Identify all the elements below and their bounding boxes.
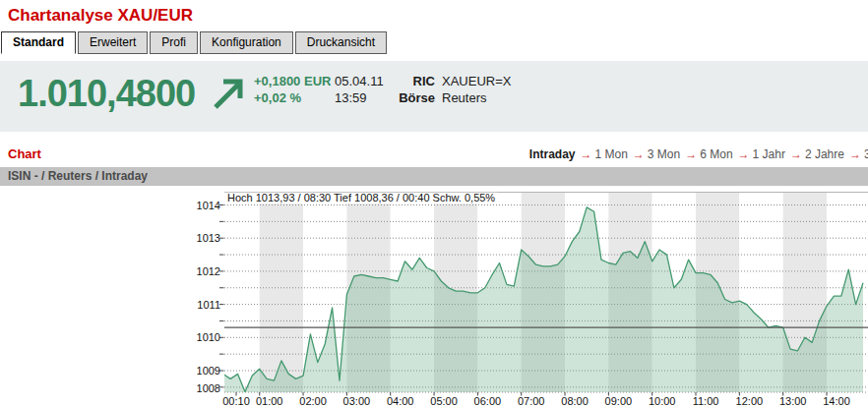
trend-up-icon bbox=[211, 77, 246, 116]
svg-text:07:00: 07:00 bbox=[518, 395, 545, 407]
y-axis-labels: 1008100910101011101210131014 bbox=[197, 200, 220, 395]
svg-text:01:00: 01:00 bbox=[256, 395, 283, 407]
chart-subheader: ISIN - / Reuters / Intraday bbox=[0, 167, 868, 186]
page: Chartanalyse XAU/EUR StandardErweitertPr… bbox=[0, 0, 868, 407]
tab-profi[interactable]: Profi bbox=[150, 31, 198, 54]
svg-text:1008: 1008 bbox=[197, 382, 220, 394]
quote-panel: 1.010,4800 +0,1800 EUR +0,02 % 05.04.11 … bbox=[0, 61, 868, 132]
svg-text:05:00: 05:00 bbox=[430, 395, 458, 407]
period-link-1-jahr[interactable]: 1 Jahr bbox=[753, 147, 785, 161]
right-arrow-icon: → bbox=[849, 147, 861, 161]
svg-text:1012: 1012 bbox=[197, 265, 220, 277]
period-link-3-jahre[interactable]: 3 Jahre bbox=[864, 147, 868, 161]
page-title: Chartanalyse XAU/EUR bbox=[8, 6, 193, 26]
svg-text:02:00: 02:00 bbox=[299, 395, 327, 407]
x-axis-labels: 00:1001:0002:0003:0004:0005:0006:0007:00… bbox=[222, 392, 850, 407]
period-link-2-jahre[interactable]: 2 Jahre bbox=[805, 147, 844, 161]
svg-text:1011: 1011 bbox=[197, 299, 220, 311]
quote-time: 13:59 bbox=[335, 89, 384, 106]
ric-label: RIC bbox=[392, 73, 435, 89]
chart-section-title: Chart bbox=[8, 146, 41, 161]
price-value: 1.010,4800 bbox=[18, 73, 195, 115]
tab-bar: StandardErweitertProfiKonfigurationDruck… bbox=[1, 31, 389, 53]
period-intraday-active: Intraday bbox=[529, 147, 576, 161]
tab-erweitert[interactable]: Erweitert bbox=[78, 31, 148, 54]
right-arrow-icon: → bbox=[790, 147, 802, 161]
svg-text:12:00: 12:00 bbox=[736, 395, 764, 407]
svg-text:1009: 1009 bbox=[197, 365, 220, 377]
svg-text:10:00: 10:00 bbox=[649, 395, 676, 407]
intraday-chart: Hoch 1013,93 / 08:30 Tief 1008,36 / 00:4… bbox=[0, 192, 868, 407]
period-link-6-mon[interactable]: 6 Mon bbox=[700, 147, 732, 161]
exchange-label: Börse bbox=[392, 89, 435, 106]
period-link-3-mon[interactable]: 3 Mon bbox=[648, 147, 680, 161]
quote-date: 05.04.11 bbox=[335, 73, 384, 89]
svg-text:1013: 1013 bbox=[197, 232, 220, 244]
svg-text:08:00: 08:00 bbox=[561, 395, 589, 407]
change-percent: +0,02 % bbox=[254, 89, 331, 106]
tab-druckansicht[interactable]: Druckansicht bbox=[295, 31, 387, 54]
change-absolute: +0,1800 EUR bbox=[254, 73, 331, 89]
svg-text:1010: 1010 bbox=[197, 331, 220, 343]
period-selector: Intraday→1 Mon→3 Mon→6 Mon→1 Jahr→2 Jahr… bbox=[529, 147, 868, 161]
svg-text:11:00: 11:00 bbox=[693, 395, 719, 407]
ric-value: XAUEUR=X bbox=[442, 74, 511, 88]
change-column: +0,1800 EUR +0,02 % bbox=[254, 73, 331, 106]
svg-text:03:00: 03:00 bbox=[343, 395, 371, 407]
chart-info-line: Hoch 1013,93 / 08:30 Tief 1008,36 / 00:4… bbox=[227, 192, 495, 204]
tab-konfiguration[interactable]: Konfiguration bbox=[200, 31, 293, 54]
svg-text:14:00: 14:00 bbox=[823, 395, 850, 407]
right-arrow-icon: → bbox=[685, 147, 697, 161]
right-arrow-icon: → bbox=[633, 147, 645, 161]
period-link-1-mon[interactable]: 1 Mon bbox=[595, 147, 628, 161]
exchange-value: Reuters bbox=[442, 90, 487, 105]
svg-text:06:00: 06:00 bbox=[474, 395, 502, 407]
tab-standard[interactable]: Standard bbox=[1, 31, 76, 54]
svg-text:04:00: 04:00 bbox=[387, 395, 414, 407]
svg-text:09:00: 09:00 bbox=[605, 395, 633, 407]
svg-text:00:10: 00:10 bbox=[222, 395, 250, 407]
datetime-column: 05.04.11 13:59 bbox=[335, 73, 384, 106]
right-arrow-icon: → bbox=[581, 147, 592, 161]
right-arrow-icon: → bbox=[738, 147, 750, 161]
svg-text:13:00: 13:00 bbox=[779, 395, 807, 407]
svg-text:1014: 1014 bbox=[197, 200, 220, 211]
ric-column: RICXAUEUR=X BörseReuters bbox=[392, 73, 511, 106]
